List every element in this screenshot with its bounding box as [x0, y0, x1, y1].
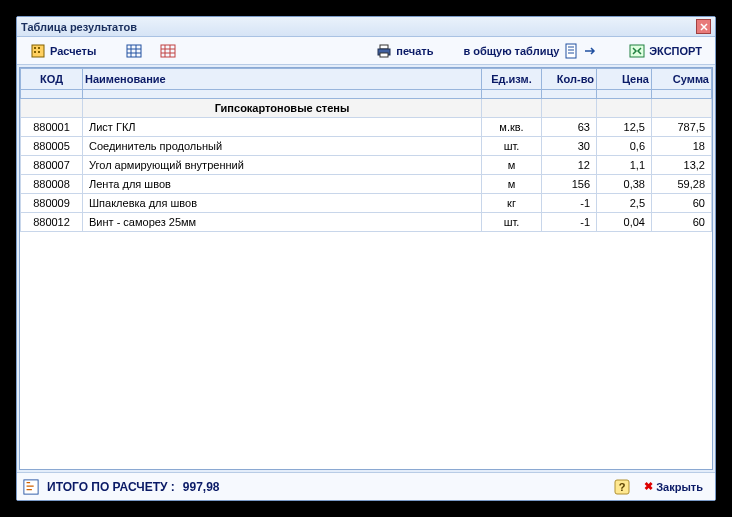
- svg-rect-3: [34, 51, 36, 53]
- grid2-button[interactable]: [153, 40, 183, 62]
- results-window: Таблица результатов Расчеты: [16, 16, 716, 501]
- cell-price: 0,04: [597, 213, 652, 232]
- calc-label: Расчеты: [50, 45, 96, 57]
- cell-unit: кг: [482, 194, 542, 213]
- cell-sum: 787,5: [652, 118, 712, 137]
- cell-qty: 156: [542, 175, 597, 194]
- cell-code: 880008: [21, 175, 83, 194]
- group-name: Гипсокартоновые стены: [83, 99, 482, 118]
- window-close-button[interactable]: [696, 19, 711, 34]
- svg-rect-15: [380, 45, 388, 49]
- help-icon[interactable]: ?: [614, 479, 630, 495]
- cell-unit: м: [482, 156, 542, 175]
- table-row[interactable]: 880012Винт - саморез 25ммшт.-10,0460: [21, 213, 712, 232]
- cell-code: 880012: [21, 213, 83, 232]
- print-button[interactable]: печать: [369, 40, 440, 62]
- toolbar: Расчеты печать в общую таблицу: [17, 37, 715, 65]
- summary-icon[interactable]: [23, 479, 39, 495]
- cell-name: Шпаклевка для швов: [83, 194, 482, 213]
- svg-rect-5: [127, 45, 141, 57]
- cell-sum: 13,2: [652, 156, 712, 175]
- table-container: КОД Наименование Ед.изм. Кол-во Цена Сум…: [19, 67, 713, 470]
- total-label: ИТОГО ПО РАСЧЕТУ :: [47, 480, 175, 494]
- statusbar: ИТОГО ПО РАСЧЕТУ : 997,98 ? ✖ Закрыть: [17, 472, 715, 500]
- cell-name: Угол армирующий внутренний: [83, 156, 482, 175]
- table-row[interactable]: 880005Соединитель продольныйшт.300,618: [21, 137, 712, 156]
- table-row[interactable]: 880001Лист ГКЛм.кв.6312,5787,5: [21, 118, 712, 137]
- results-table: КОД Наименование Ед.изм. Кол-во Цена Сум…: [20, 68, 712, 232]
- header-code[interactable]: КОД: [21, 69, 83, 90]
- filter-code[interactable]: [21, 90, 83, 99]
- cell-name: Лента для швов: [83, 175, 482, 194]
- close-button[interactable]: ✖ Закрыть: [638, 478, 709, 495]
- cell-price: 2,5: [597, 194, 652, 213]
- cell-code: 880001: [21, 118, 83, 137]
- to-table-button[interactable]: в общую таблицу: [456, 40, 606, 62]
- cell-sum: 59,28: [652, 175, 712, 194]
- calc-button[interactable]: Расчеты: [23, 40, 103, 62]
- cell-qty: -1: [542, 213, 597, 232]
- excel-icon: [629, 43, 645, 59]
- table-body: Гипсокартоновые стены 880001Лист ГКЛм.кв…: [21, 99, 712, 232]
- svg-rect-23: [24, 479, 38, 493]
- svg-rect-2: [38, 47, 40, 49]
- svg-rect-10: [161, 45, 175, 57]
- group-row[interactable]: Гипсокартоновые стены: [21, 99, 712, 118]
- printer-icon: [376, 43, 392, 59]
- close-label: Закрыть: [656, 481, 703, 493]
- print-label: печать: [396, 45, 433, 57]
- table-row[interactable]: 880008Лента для швовм1560,3859,28: [21, 175, 712, 194]
- table-header: КОД Наименование Ед.изм. Кол-во Цена Сум…: [21, 69, 712, 99]
- filter-name[interactable]: [83, 90, 482, 99]
- cell-name: Соединитель продольный: [83, 137, 482, 156]
- cell-qty: 63: [542, 118, 597, 137]
- close-icon: [700, 23, 708, 31]
- cell-qty: -1: [542, 194, 597, 213]
- filter-unit[interactable]: [482, 90, 542, 99]
- window-title: Таблица результатов: [21, 21, 137, 33]
- cell-code: 880007: [21, 156, 83, 175]
- cell-unit: м: [482, 175, 542, 194]
- arrow-right-icon: [583, 43, 599, 59]
- header-unit[interactable]: Ед.изм.: [482, 69, 542, 90]
- header-sum[interactable]: Сумма: [652, 69, 712, 90]
- grid-icon: [126, 43, 142, 59]
- close-x-icon: ✖: [644, 480, 653, 493]
- table-row[interactable]: 880009Шпаклевка для швовкг-12,560: [21, 194, 712, 213]
- cell-price: 12,5: [597, 118, 652, 137]
- cell-unit: шт.: [482, 213, 542, 232]
- header-name[interactable]: Наименование: [83, 69, 482, 90]
- cell-code: 880005: [21, 137, 83, 156]
- cell-unit: м.кв.: [482, 118, 542, 137]
- cell-qty: 30: [542, 137, 597, 156]
- cell-code: 880009: [21, 194, 83, 213]
- table-row[interactable]: 880007Угол армирующий внутреннийм121,113…: [21, 156, 712, 175]
- filter-sum[interactable]: [652, 90, 712, 99]
- titlebar: Таблица результатов: [17, 17, 715, 37]
- svg-rect-4: [38, 51, 40, 53]
- cell-name: Винт - саморез 25мм: [83, 213, 482, 232]
- cell-sum: 60: [652, 213, 712, 232]
- header-price[interactable]: Цена: [597, 69, 652, 90]
- filter-price[interactable]: [597, 90, 652, 99]
- export-label: ЭКСПОРТ: [649, 45, 702, 57]
- header-qty[interactable]: Кол-во: [542, 69, 597, 90]
- cell-sum: 18: [652, 137, 712, 156]
- to-table-label: в общую таблицу: [463, 45, 559, 57]
- svg-rect-1: [34, 47, 36, 49]
- cell-price: 0,38: [597, 175, 652, 194]
- grid1-button[interactable]: [119, 40, 149, 62]
- filter-qty[interactable]: [542, 90, 597, 99]
- cell-name: Лист ГКЛ: [83, 118, 482, 137]
- total-value: 997,98: [183, 480, 220, 494]
- grid-colored-icon: [160, 43, 176, 59]
- cell-qty: 12: [542, 156, 597, 175]
- cell-unit: шт.: [482, 137, 542, 156]
- document-icon: [563, 43, 579, 59]
- calc-icon: [30, 43, 46, 59]
- export-button[interactable]: ЭКСПОРТ: [622, 40, 709, 62]
- svg-rect-18: [566, 44, 576, 58]
- svg-rect-17: [380, 53, 388, 57]
- cell-price: 1,1: [597, 156, 652, 175]
- cell-sum: 60: [652, 194, 712, 213]
